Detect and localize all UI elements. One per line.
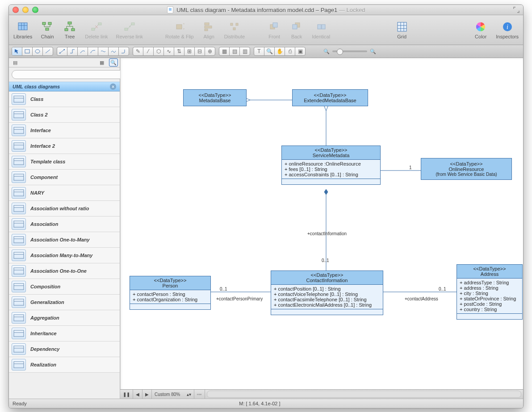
node-stereotype: <<DataType>>: [295, 92, 365, 98]
shape-item[interactable]: NARY: [9, 185, 120, 201]
layout-3[interactable]: ▥: [240, 47, 250, 55]
connector-ortho[interactable]: [67, 47, 78, 55]
connector-round[interactable]: [119, 47, 129, 55]
shape-item[interactable]: Dependency: [9, 341, 120, 357]
library-tab-grid-icon[interactable]: ▦: [97, 58, 106, 67]
connector-bezier[interactable]: [98, 47, 109, 55]
node-person[interactable]: <<DataType>> Person + contactPerson : St…: [130, 276, 211, 310]
edit-line[interactable]: ∕: [143, 47, 154, 55]
pagebar-next-icon[interactable]: ▶: [142, 390, 152, 399]
node-name: ContactInformation: [306, 278, 348, 283]
node-ext-metadata-base[interactable]: <<DataType>> ExtendedMetadataBase: [292, 89, 368, 106]
edit-join[interactable]: ⊕: [205, 47, 215, 55]
rect-tool[interactable]: [22, 47, 33, 55]
edit-break[interactable]: ⊟: [195, 47, 205, 55]
shape-item[interactable]: Association without ratio: [9, 201, 120, 216]
view-zoom[interactable]: 🔍: [264, 47, 275, 55]
attr: + postCode : String: [460, 301, 519, 307]
shape-item[interactable]: Class 2: [9, 107, 120, 123]
zoom-slider[interactable]: [332, 50, 367, 52]
shape-item[interactable]: Interface 2: [9, 138, 120, 154]
toolbar-chain[interactable]: Chain: [40, 21, 54, 39]
toolbar-libraries[interactable]: Libraries: [13, 21, 32, 39]
zoom-out-icon[interactable]: 🔍: [323, 49, 330, 54]
svg-rect-0: [18, 23, 27, 30]
zoom-window-button[interactable]: [32, 7, 38, 13]
pointer-tool[interactable]: [12, 47, 22, 55]
svg-rect-62: [14, 283, 24, 290]
connector-curve[interactable]: [78, 47, 88, 55]
attr: + contactPosition [0..1] : String: [274, 286, 380, 291]
window-controls: [13, 7, 38, 13]
toolbar-back[interactable]: Back: [289, 21, 304, 39]
node-metadata-base[interactable]: <<DataType>> MetadataBase: [183, 89, 247, 106]
view-text[interactable]: T: [254, 47, 264, 55]
edit-curve[interactable]: ∿: [164, 47, 174, 55]
toolbar-reverse-link[interactable]: Reverse link: [116, 21, 143, 39]
shape-item[interactable]: Inheritance: [9, 326, 120, 341]
view-snap[interactable]: ▣: [295, 47, 305, 55]
horizontal-scrollbar[interactable]: [207, 391, 521, 398]
line-tool[interactable]: [43, 47, 53, 55]
ellipse-tool[interactable]: [33, 47, 43, 55]
node-address[interactable]: <<DataType>> Address + addressType : Str…: [457, 264, 523, 320]
library-search-input[interactable]: [12, 70, 127, 79]
minimize-window-button[interactable]: [22, 7, 29, 13]
attr: + stateOrProvince : String: [460, 296, 519, 301]
shape-item[interactable]: Aggregation: [9, 310, 120, 326]
svg-rect-4: [42, 22, 46, 25]
toolbar-align[interactable]: Align: [202, 21, 216, 39]
shape-thumb-icon: [12, 359, 26, 370]
tool-group-connectors: [57, 47, 129, 56]
diagram-canvas[interactable]: <<DataType>> MetadataBase <<DataType>> E…: [120, 58, 523, 389]
shape-item[interactable]: Association Many-to-Many: [9, 248, 120, 263]
pagebar-pause-icon[interactable]: ❚❚: [120, 390, 133, 399]
edit-node[interactable]: ⊞: [184, 47, 195, 55]
fullscreen-icon[interactable]: [513, 7, 519, 13]
shape-item[interactable]: Association: [9, 216, 120, 232]
library-category-close-icon[interactable]: ×: [110, 83, 116, 90]
toolbar-inspectors[interactable]: i Inspectors: [496, 21, 519, 39]
svg-rect-20: [230, 23, 233, 25]
pagebar-prev-icon[interactable]: ◀: [133, 390, 142, 399]
library-tab-search-icon[interactable]: 🔍: [109, 58, 118, 67]
zoom-in-icon[interactable]: 🔍: [370, 49, 376, 54]
node-contact-information[interactable]: <<DataType>> ContactInformation + contac…: [271, 271, 383, 315]
library-tab-libs-icon[interactable]: ▤: [11, 58, 20, 67]
svg-rect-68: [14, 330, 24, 337]
shape-item[interactable]: Component: [9, 170, 120, 185]
toolbar-tree[interactable]: Tree: [63, 21, 77, 39]
zoom-mode-select[interactable]: Custom 80%▴▾: [152, 390, 194, 399]
edit-smart[interactable]: ✎: [133, 47, 143, 55]
view-pan[interactable]: ✋: [275, 47, 285, 55]
edit-poly[interactable]: ⬡: [154, 47, 164, 55]
toolbar-color[interactable]: Color: [473, 21, 488, 39]
shape-list[interactable]: ClassClass 2InterfaceInterface 2Template…: [9, 92, 120, 399]
layout-1[interactable]: ▦: [219, 47, 230, 55]
toolbar-identical[interactable]: Identical: [312, 21, 330, 39]
pagebar-tabs[interactable]: ▫▫▫: [194, 390, 205, 399]
connector-direct[interactable]: [57, 47, 67, 55]
shape-item[interactable]: Composition: [9, 279, 120, 295]
toolbar-grid[interactable]: Grid: [395, 21, 409, 39]
library-category-header[interactable]: UML class diagrams ×: [9, 82, 120, 92]
shape-item[interactable]: Association One-to-Many: [9, 232, 120, 248]
connector-spline[interactable]: [109, 47, 119, 55]
edit-connector[interactable]: ⇅: [174, 47, 184, 55]
node-online-resource[interactable]: <<DataType>> OnlineResource (from Web Se…: [421, 158, 512, 180]
shape-item[interactable]: Template class: [9, 154, 120, 170]
shape-item[interactable]: Generalization: [9, 295, 120, 310]
node-service-metadata[interactable]: <<DataType>> ServiceMetadata + onlineRes…: [281, 146, 381, 185]
shape-item[interactable]: Association One-to-One: [9, 263, 120, 279]
layout-2[interactable]: ▤: [230, 47, 240, 55]
shape-item[interactable]: Interface: [9, 123, 120, 138]
shape-item[interactable]: Realization: [9, 357, 120, 373]
toolbar-delete-link[interactable]: Delete link: [85, 21, 108, 39]
toolbar-front[interactable]: Front: [267, 21, 281, 39]
view-print[interactable]: ⎙: [285, 47, 295, 55]
toolbar-distribute[interactable]: Distribute: [224, 21, 245, 39]
close-window-button[interactable]: [13, 7, 19, 13]
connector-arc[interactable]: [88, 47, 98, 55]
toolbar-rotate-flip[interactable]: Rotate & Flip: [165, 21, 194, 39]
shape-item[interactable]: Class: [9, 92, 120, 107]
